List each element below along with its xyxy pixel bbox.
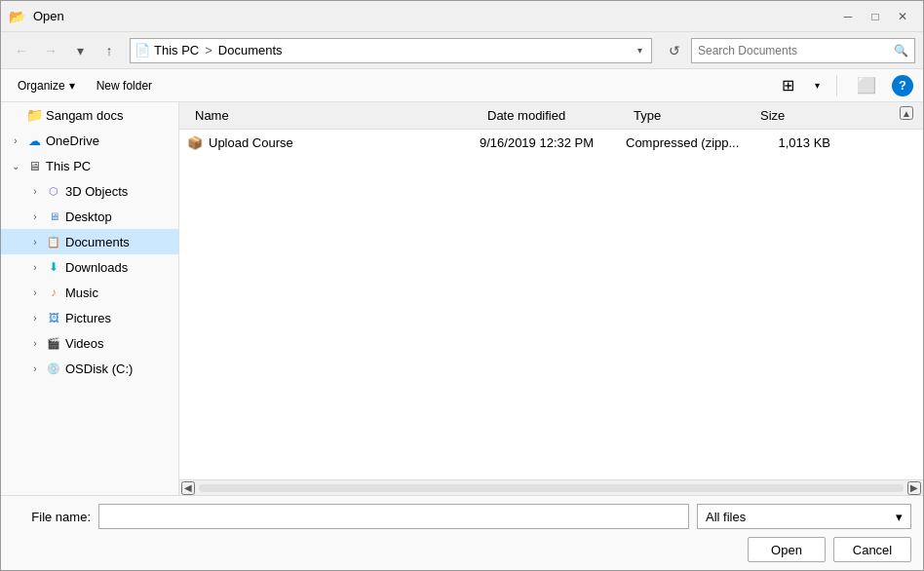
sidebar-item-downloads[interactable]: › ⬇ Downloads (1, 254, 178, 280)
sidebar-item-label: Documents (65, 235, 130, 249)
organize-label: Organize (18, 79, 65, 93)
documents-icon: 📋 (46, 234, 61, 249)
sidebar-item-label: This PC (46, 159, 91, 173)
organize-button[interactable]: Organize ▾ (11, 74, 82, 97)
pane-button[interactable]: ⬜ (853, 74, 880, 97)
expand-icon: › (28, 262, 42, 273)
up-button[interactable]: ↑ (96, 38, 122, 63)
sidebar-item-sangam-docs[interactable]: 📁 Sangam docs (1, 102, 178, 128)
sidebar-item-label: OneDrive (46, 133, 99, 148)
osdisk-icon: 💿 (46, 361, 61, 376)
open-dialog: 📂 Open ─ □ ✕ ← → ▾ ↑ 📄 This PC > Documen… (0, 0, 924, 571)
expand-icon: › (28, 211, 42, 222)
breadcrumb-current: Documents (218, 43, 283, 57)
videos-icon: 🎬 (46, 335, 61, 351)
sidebar: 📁 Sangam docs › ☁ OneDrive ⌄ 🖥 This PC ›… (1, 102, 179, 495)
sidebar-item-videos[interactable]: › 🎬 Videos (1, 330, 178, 356)
music-icon: ♪ (46, 285, 61, 300)
sidebar-item-label: Downloads (65, 260, 128, 275)
title-controls: ─ □ ✕ (835, 6, 915, 27)
expand-icon: › (28, 186, 42, 197)
help-button[interactable]: ? (892, 75, 913, 96)
sidebar-item-music[interactable]: › ♪ Music (1, 280, 178, 305)
refresh-button[interactable]: ↺ (662, 38, 687, 63)
filename-label: File name: (13, 510, 91, 524)
address-bar[interactable]: 📄 This PC > Documents ▾ (130, 38, 652, 63)
file-date-cell: 9/16/2019 12:32 PM (480, 135, 626, 150)
organize-toolbar: Organize ▾ New folder ⊞ ▾ ⬜ ? (1, 69, 923, 102)
search-input[interactable] (698, 44, 890, 57)
back-button[interactable]: ← (9, 38, 34, 63)
expand-icon: › (28, 237, 42, 247)
sidebar-item-3d-objects[interactable]: › ⬡ 3D Objects (1, 178, 178, 204)
dialog-icon: 📂 (9, 9, 25, 24)
dropdown-button[interactable]: ▾ (67, 38, 93, 63)
filetype-arrow-icon: ▾ (896, 510, 903, 524)
expand-icon: › (28, 363, 42, 374)
downloads-icon: ⬇ (46, 259, 61, 275)
sidebar-item-label: Music (65, 286, 98, 300)
expand-icon: › (28, 338, 42, 349)
file-type-cell: Compressed (zipp... (626, 135, 752, 150)
view-icon-button[interactable]: ⊞ (774, 74, 801, 97)
file-area: ▲ Name Date modified Type Size 📦 Upload … (179, 102, 923, 495)
title-bar: 📂 Open ─ □ ✕ (1, 1, 923, 32)
address-dropdown-button[interactable]: ▾ (632, 38, 647, 63)
breadcrumb-file-icon: 📄 (135, 43, 150, 57)
cancel-button[interactable]: Cancel (833, 537, 911, 562)
filetype-select[interactable]: All files ▾ (697, 504, 911, 529)
breadcrumb-this-pc[interactable]: This PC (154, 43, 199, 57)
pictures-icon: 🖼 (46, 310, 61, 325)
forward-button[interactable]: → (38, 38, 63, 63)
col-header-name[interactable]: Name (187, 108, 480, 123)
sidebar-item-pictures[interactable]: › 🖼 Pictures (1, 305, 178, 330)
view-dropdown-button[interactable]: ▾ (809, 74, 825, 97)
new-folder-button[interactable]: New folder (90, 74, 159, 97)
sidebar-item-label: Pictures (65, 311, 111, 325)
file-size-cell: 1,013 KB (752, 135, 830, 150)
dialog-title: Open (33, 9, 64, 23)
sidebar-item-label: OSDisk (C:) (65, 362, 133, 376)
sidebar-item-desktop[interactable]: › 🖥 Desktop (1, 204, 178, 229)
title-bar-left: 📂 Open (9, 9, 64, 24)
open-button[interactable]: Open (748, 537, 826, 562)
main-content: 📁 Sangam docs › ☁ OneDrive ⌄ 🖥 This PC ›… (1, 102, 923, 495)
zip-icon: 📦 (187, 135, 203, 150)
search-box[interactable]: 🔍 (691, 38, 915, 63)
sidebar-item-onedrive[interactable]: › ☁ OneDrive (1, 128, 178, 153)
hscroll-track[interactable] (199, 484, 904, 492)
expand-icon: › (9, 135, 22, 146)
col-header-size[interactable]: Size (752, 108, 830, 123)
col-header-type[interactable]: Type (626, 108, 752, 123)
file-header: ▲ Name Date modified Type Size (179, 102, 923, 130)
col-header-date[interactable]: Date modified (480, 108, 626, 123)
filetype-label: All files (706, 510, 746, 524)
sidebar-item-label: Desktop (65, 209, 112, 224)
desktop-icon: 🖥 (46, 209, 61, 224)
minimize-button[interactable]: ─ (835, 6, 861, 27)
sidebar-item-this-pc[interactable]: ⌄ 🖥 This PC (1, 153, 178, 178)
file-name-cell: 📦 Upload Course (187, 135, 480, 150)
maximize-button[interactable]: □ (863, 6, 888, 27)
expand-icon: › (28, 287, 42, 298)
breadcrumb: 📄 This PC > Documents (135, 43, 632, 57)
expand-icon: ⌄ (9, 161, 22, 171)
bottom-bar: File name: All files ▾ Open Cancel (1, 495, 923, 570)
sidebar-item-osdisk[interactable]: › 💿 OSDisk (C:) (1, 356, 178, 381)
filename-input[interactable] (98, 504, 689, 529)
table-row[interactable]: 📦 Upload Course 9/16/2019 12:32 PM Compr… (179, 130, 923, 155)
sidebar-item-documents[interactable]: › 📋 Documents (1, 229, 178, 254)
onedrive-icon: ☁ (26, 133, 42, 148)
horizontal-scrollbar: ◀ ▶ (179, 479, 923, 495)
scroll-up-button[interactable]: ▲ (900, 106, 913, 120)
action-row: Open Cancel (13, 537, 911, 562)
filename-row: File name: All files ▾ (13, 504, 911, 529)
file-name-label: Upload Course (209, 135, 293, 150)
expand-icon: › (28, 313, 42, 324)
hscroll-left-button[interactable]: ◀ (181, 481, 195, 495)
breadcrumb-separator: > (205, 43, 212, 57)
hscroll-right-button[interactable]: ▶ (907, 481, 921, 495)
close-button[interactable]: ✕ (890, 6, 915, 27)
thispc-icon: 🖥 (26, 158, 42, 173)
toolbar-divider (836, 75, 837, 96)
